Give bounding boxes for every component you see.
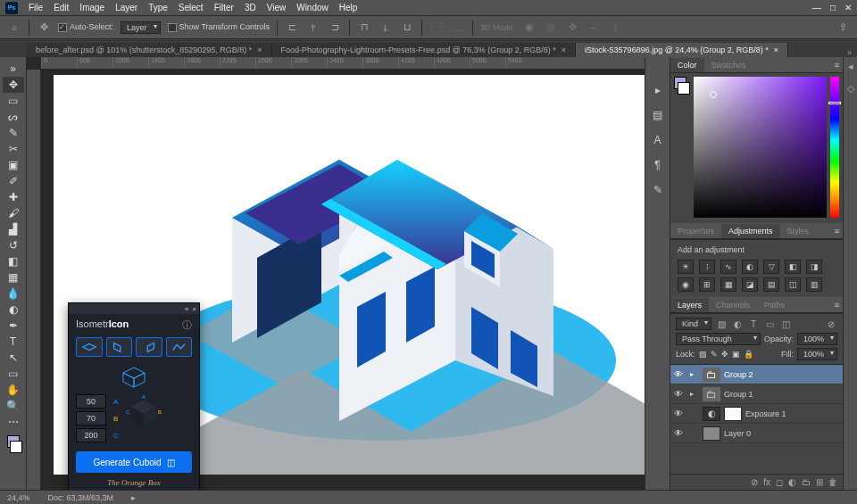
iso-custom-button[interactable] — [166, 337, 193, 357]
dimension-c-input[interactable] — [76, 428, 106, 442]
filter-toggle-icon[interactable]: ⊘ — [825, 318, 837, 330]
move-tool-icon[interactable]: ✥ — [37, 21, 51, 35]
tab-styles[interactable]: Styles — [780, 224, 817, 238]
link-layers-icon[interactable]: ⊘ — [751, 477, 758, 487]
adjustment-bw-icon[interactable]: ◨ — [806, 260, 822, 274]
expand-tools-icon[interactable]: » — [3, 61, 24, 77]
eyedropper-tool[interactable]: ✐ — [3, 173, 24, 189]
adjustment-hue-icon[interactable]: ◧ — [785, 260, 801, 274]
layer-row[interactable]: 👁 ◐ Exposure 1 — [670, 404, 843, 424]
generate-cuboid-button[interactable]: Generate Cuboid ◫ — [76, 451, 192, 473]
blur-tool[interactable]: 💧 — [3, 285, 24, 302]
paragraph-panel-icon[interactable]: ¶ — [650, 157, 666, 173]
quick-select-tool[interactable]: ✎ — [3, 125, 24, 141]
panel-menu-icon[interactable]: ≡ — [831, 227, 843, 235]
more-align-icon[interactable]: … — [451, 21, 465, 35]
color-field[interactable] — [694, 77, 827, 218]
new-adjustment-icon[interactable]: ◐ — [788, 477, 796, 487]
adjustment-colorlookup-icon[interactable]: ▦ — [720, 277, 736, 292]
tab-properties[interactable]: Properties — [670, 224, 721, 238]
gradient-tool[interactable]: ▦ — [3, 269, 24, 285]
layer-thumb[interactable] — [703, 426, 720, 441]
doc-size[interactable]: Doc: 63,3M/63,3M — [48, 493, 114, 502]
type-tool[interactable]: T — [3, 334, 24, 350]
iso-top-button[interactable] — [76, 337, 103, 357]
hue-slider-handle[interactable] — [828, 102, 841, 104]
menu-view[interactable]: View — [267, 3, 287, 12]
tab-channels[interactable]: Channels — [709, 298, 757, 312]
filter-pixel-icon[interactable]: ▧ — [715, 318, 728, 330]
visibility-icon[interactable]: 👁 — [674, 389, 686, 399]
tab-close-icon[interactable]: × — [774, 45, 778, 54]
layer-row[interactable]: 👁 ▸ 🗀 Group 2 — [670, 365, 843, 384]
adjustment-channel-mixer-icon[interactable]: ⊞ — [699, 277, 715, 292]
menu-select[interactable]: Select — [179, 3, 204, 12]
layer-fx-icon[interactable]: fx — [763, 477, 770, 487]
fill-input[interactable]: 100% — [797, 348, 837, 360]
adjustment-vibrance-icon[interactable]: ▽ — [763, 260, 779, 274]
mask-thumb[interactable] — [724, 407, 742, 421]
pen-tool[interactable]: ✒ — [3, 318, 24, 334]
lock-transparency-icon[interactable]: ▧ — [699, 350, 707, 359]
panel-menu-icon[interactable]: ≡ — [831, 301, 843, 310]
show-transform-checkbox[interactable] — [168, 23, 177, 32]
3d-pan-icon[interactable]: ✥ — [565, 21, 579, 35]
3d-orbit-icon[interactable]: ◉ — [522, 21, 537, 35]
lock-pixels-icon[interactable]: ✎ — [711, 350, 718, 359]
hue-slider[interactable] — [830, 77, 839, 218]
layer-name[interactable]: Group 1 — [724, 390, 753, 399]
healing-tool[interactable]: ✚ — [3, 189, 24, 205]
auto-select-mode-dropdown[interactable]: Layer — [121, 21, 161, 34]
auto-select-checkbox[interactable] — [58, 23, 67, 32]
adjustment-threshold-icon[interactable]: ◫ — [785, 277, 801, 292]
layer-row[interactable]: 👁 ▸ 🗀 Group 1 — [670, 384, 843, 404]
lock-position-icon[interactable]: ✥ — [721, 350, 728, 359]
tab-paths[interactable]: Paths — [757, 298, 792, 312]
plugin-collapse-icon[interactable]: « — [185, 305, 188, 313]
align-right-icon[interactable]: ⊐ — [328, 21, 342, 35]
menu-layer[interactable]: Layer — [115, 3, 137, 12]
layer-name[interactable]: Exposure 1 — [745, 409, 786, 418]
collapse-strip-icon[interactable]: ◂ — [848, 61, 853, 72]
adjustment-curves-icon[interactable]: ∿ — [720, 260, 736, 274]
horizontal-ruler[interactable]: 0600100014001800220026003000340038004200… — [41, 57, 645, 70]
opacity-input[interactable]: 100% — [797, 333, 837, 345]
visibility-icon[interactable]: 👁 — [674, 428, 686, 438]
visibility-icon[interactable]: 👁 — [674, 409, 686, 418]
tab-adjustments[interactable]: Adjustments — [721, 224, 780, 238]
status-caret-icon[interactable]: ▸ — [131, 493, 136, 502]
visibility-icon[interactable]: 👁 — [674, 369, 686, 379]
adjustment-photo-filter-icon[interactable]: ◉ — [678, 277, 694, 292]
align-center-h-icon[interactable]: ⫯ — [306, 21, 320, 35]
zoom-tool[interactable]: 🔍 — [3, 398, 24, 414]
path-select-tool[interactable]: ↖ — [3, 350, 24, 366]
blend-mode-dropdown[interactable]: Pass Through — [676, 333, 761, 345]
history-panel-icon[interactable]: ▤ — [650, 107, 666, 123]
align-bottom-icon[interactable]: ⊔ — [400, 21, 414, 35]
new-group-icon[interactable]: 🗀 — [802, 477, 811, 487]
stamp-tool[interactable]: ▟ — [3, 221, 24, 237]
tab-color[interactable]: Color — [670, 58, 704, 72]
3d-slide-icon[interactable]: ↔ — [587, 21, 601, 35]
character-panel-icon[interactable]: A — [650, 132, 666, 148]
panel-menu-icon[interactable]: ≡ — [831, 61, 843, 70]
adjustment-gradient-map-icon[interactable]: ▥ — [806, 277, 822, 292]
dimension-a-input[interactable] — [76, 394, 106, 409]
filter-smart-icon[interactable]: ◫ — [779, 318, 792, 330]
add-mask-icon[interactable]: ◻ — [776, 477, 783, 487]
document-tab[interactable]: Food-Photography-Lightroom-Presets-Free.… — [272, 43, 577, 57]
layer-name[interactable]: Group 2 — [724, 370, 753, 379]
tab-swatches[interactable]: Swatches — [704, 58, 753, 72]
menu-type[interactable]: Type — [148, 3, 168, 12]
background-color-swatch[interactable] — [10, 441, 22, 453]
libraries-icon[interactable]: ◇ — [847, 83, 854, 95]
zoom-level[interactable]: 24,4% — [7, 493, 30, 502]
iso-right-button[interactable] — [136, 337, 162, 357]
plugin-info-icon[interactable]: ⓘ — [182, 318, 192, 332]
dodge-tool[interactable]: ◐ — [3, 302, 24, 318]
marquee-tool[interactable]: ▭ — [3, 93, 24, 109]
dimension-b-input[interactable] — [76, 411, 106, 426]
close-icon[interactable]: ✕ — [845, 3, 852, 12]
tabs-overflow-icon[interactable]: » — [842, 48, 857, 57]
tab-layers[interactable]: Layers — [670, 298, 709, 312]
